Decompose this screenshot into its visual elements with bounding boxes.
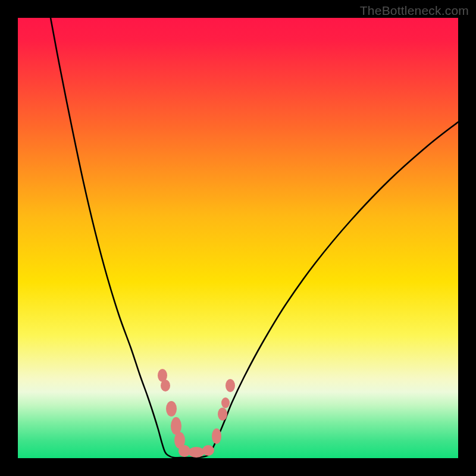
plot-area <box>18 18 458 458</box>
marker-right-low <box>212 428 221 444</box>
chart-frame: TheBottleneck.com <box>0 0 476 476</box>
right-curve <box>195 122 458 458</box>
marker-bottom-b <box>188 447 205 458</box>
watermark-text: TheBottleneck.com <box>360 4 469 18</box>
marker-right-mid-a <box>218 408 227 421</box>
marker-group <box>158 369 235 458</box>
marker-left-top-b <box>161 380 170 392</box>
marker-right-top <box>226 379 235 392</box>
left-curve <box>51 18 195 458</box>
marker-right-mid-b <box>221 397 230 408</box>
marker-left-mid <box>166 401 177 416</box>
marker-bottom-c <box>202 445 214 456</box>
curves-layer <box>18 18 458 458</box>
